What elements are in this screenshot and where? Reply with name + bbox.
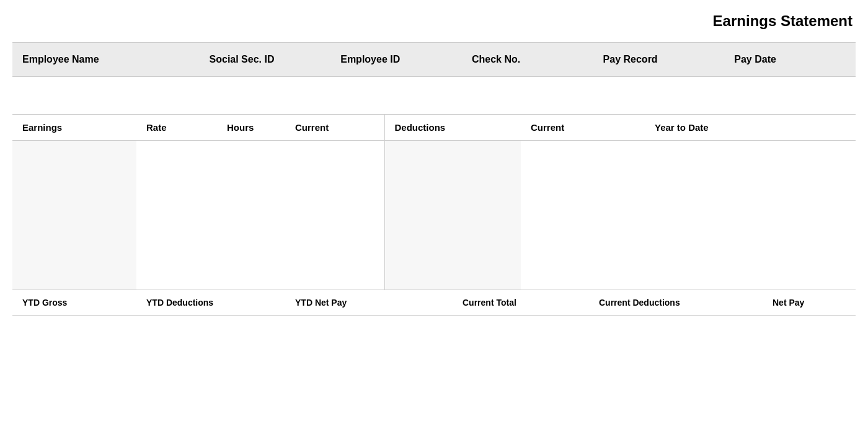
earnings-rate-cell: [136, 141, 217, 290]
earnings-data-row: [12, 141, 856, 290]
current-deductions-cell: Current Deductions: [589, 290, 763, 316]
ytd-gross-cell: YTD Gross: [12, 290, 136, 316]
page-container: Earnings Statement Employee Name Social …: [0, 0, 868, 434]
rate-col-header: Rate: [136, 115, 217, 141]
net-pay-cell: Net Pay: [763, 290, 856, 316]
totals-table: YTD Gross YTD Deductions YTD Net Pay Cur…: [12, 290, 856, 316]
earnings-current-content: [285, 141, 384, 290]
employee-header-row: Employee Name Social Sec. ID Employee ID…: [12, 42, 856, 77]
earnings-hours-cell: [217, 141, 285, 290]
pay-record-header: Pay Record: [593, 43, 725, 76]
current-earnings-col-header: Current: [285, 115, 384, 141]
deductions-ytd-cell: [645, 141, 856, 290]
social-sec-id-header: Social Sec. ID: [200, 43, 331, 76]
deductions-col-header: Deductions: [384, 115, 521, 141]
ytd-net-pay-cell: YTD Net Pay: [285, 290, 453, 316]
hours-col-header: Hours: [217, 115, 285, 141]
current-total-cell: Current Total: [453, 290, 589, 316]
table-header-row: Earnings Rate Hours Current Deductions C…: [12, 115, 856, 141]
employee-id-header: Employee ID: [330, 43, 462, 76]
deductions-name-cell: [384, 141, 521, 290]
earnings-deductions-table: Earnings Rate Hours Current Deductions C…: [12, 114, 856, 290]
year-to-date-col-header: Year to Date: [645, 115, 856, 141]
earnings-name-cell: [12, 141, 136, 290]
deductions-current-content: [521, 141, 645, 290]
deductions-current-col-header: Current: [521, 115, 645, 141]
deductions-ytd-content: [645, 141, 856, 290]
employee-name-header: Employee Name: [12, 43, 200, 76]
pay-date-header: Pay Date: [724, 43, 856, 76]
deductions-name-content: [385, 141, 521, 290]
check-no-header: Check No.: [462, 43, 593, 76]
earnings-hours-content: [217, 141, 285, 290]
main-table-wrapper: Earnings Rate Hours Current Deductions C…: [12, 114, 856, 316]
earnings-name-content: [12, 141, 136, 290]
totals-row: YTD Gross YTD Deductions YTD Net Pay Cur…: [12, 290, 856, 316]
employee-data-spacer: [12, 95, 856, 114]
earnings-rate-content: [136, 141, 217, 290]
earnings-col-header: Earnings: [12, 115, 136, 141]
earnings-current-cell: [285, 141, 384, 290]
page-title: Earnings Statement: [12, 12, 856, 30]
deductions-current-cell: [521, 141, 645, 290]
ytd-deductions-cell: YTD Deductions: [136, 290, 285, 316]
